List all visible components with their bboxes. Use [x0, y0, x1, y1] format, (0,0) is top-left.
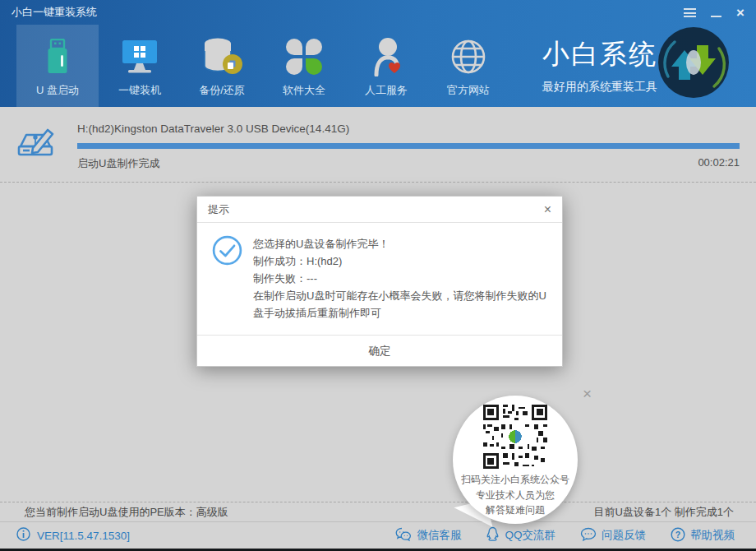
qr-popup: 扫码关注小白系统公众号 专业技术人员为您 解答疑难问题: [453, 396, 578, 524]
usb-device-label: H:(hd2)Kingston DataTraveler 3.0 USB Dev…: [77, 123, 740, 135]
footer-link-label: QQ交流群: [505, 528, 555, 543]
brand-block: 小白系统 最好用的系统重装工具: [532, 36, 667, 95]
apps-clover-icon: [286, 35, 322, 78]
dialog-title: 提示: [208, 202, 229, 217]
window-controls: ×: [684, 7, 744, 18]
usb-count-text: 目前U盘设备1个 制作完成1个: [594, 505, 734, 520]
tab-usb-boot[interactable]: U 盘启动: [16, 25, 99, 107]
info-icon: [16, 527, 30, 544]
tab-software-center[interactable]: 软件大全: [263, 25, 345, 107]
qq-icon: [486, 526, 500, 544]
footer-link-label: 帮助视频: [690, 528, 735, 543]
confirm-button[interactable]: 确定: [197, 335, 562, 366]
qr-caption-line: 专业技术人员为您: [476, 488, 555, 503]
tab-official-website[interactable]: 官方网站: [427, 25, 509, 107]
pe-version-text: 您当前制作启动U盘使用的PE版本：高级版: [25, 505, 228, 520]
feedback-link[interactable]: 问题反馈: [580, 526, 646, 544]
usb-progress-section: H:(hd2)Kingston DataTraveler 3.0 USB Dev…: [0, 107, 756, 183]
version-label: VER[11.5.47.1530]: [37, 530, 130, 542]
help-video-link[interactable]: ? 帮助视频: [671, 526, 735, 544]
tab-backup-restore[interactable]: 备份/还原: [181, 25, 263, 107]
wechat-support-link[interactable]: 微信客服: [395, 526, 461, 544]
qr-code-image: [483, 405, 547, 472]
help-icon: ?: [671, 527, 685, 544]
website-globe-icon: [449, 35, 487, 78]
version-info[interactable]: VER[11.5.47.1530]: [16, 527, 130, 544]
progress-bar-fill: [77, 143, 740, 149]
qq-group-link[interactable]: QQ交流群: [486, 526, 555, 544]
status-row: 您当前制作启动U盘使用的PE版本：高级版 目前U盘设备1个 制作完成1个: [0, 502, 756, 521]
dialog-line: 制作成功：H:(hd2): [253, 252, 549, 270]
titlebar: 小白一键重装系统 ×: [0, 0, 756, 25]
menu-icon[interactable]: [684, 8, 696, 17]
close-icon[interactable]: ×: [736, 7, 744, 18]
customer-service-icon: [367, 35, 405, 78]
tab-label: 备份/还原: [199, 83, 245, 98]
recycle-arrows-logo: [657, 25, 731, 100]
footer-bar: VER[11.5.47.1530] 微信客服: [0, 521, 756, 549]
dialog-body: 您选择的U盘设备制作完毕！ 制作成功：H:(hd2) 制作失败：--- 在制作启…: [197, 223, 562, 335]
tab-one-click-install[interactable]: 一键装机: [99, 25, 181, 107]
footer-link-label: 问题反馈: [602, 528, 646, 543]
qr-caption-line: 解答疑难问题: [486, 502, 545, 518]
window-title: 小白一键重装系统: [12, 5, 97, 20]
tab-label: U 盘启动: [36, 83, 79, 98]
topbar: 小白一键重装系统 × U 盘启动: [0, 0, 756, 107]
backup-restore-icon: [201, 35, 243, 78]
footer-links: 微信客服 QQ交流群: [395, 526, 735, 544]
qr-popup-close-icon[interactable]: ×: [583, 385, 592, 403]
minimize-icon[interactable]: [711, 16, 721, 17]
dialog-header: 提示 ×: [197, 197, 562, 223]
progress-status-text: 启动U盘制作完成: [77, 156, 159, 171]
tab-label: 人工服务: [365, 83, 408, 98]
app-window: 小白一键重装系统 × U 盘启动: [0, 0, 756, 551]
success-check-icon: [212, 235, 242, 322]
dialog-line: 制作失败：---: [253, 270, 549, 287]
wechat-icon: [395, 527, 412, 544]
tab-label: 一键装机: [118, 83, 161, 98]
dialog-message: 您选择的U盘设备制作完毕！ 制作成功：H:(hd2) 制作失败：--- 在制作启…: [253, 235, 549, 322]
progress-bar-track: [77, 143, 740, 149]
tab-human-service[interactable]: 人工服务: [345, 25, 427, 107]
monitor-icon: [120, 35, 159, 78]
result-dialog: 提示 × 您选择的U盘设备制作完毕！ 制作成功：H:(hd2) 制作失败：---…: [196, 196, 563, 367]
svg-text:?: ?: [675, 530, 680, 539]
elapsed-time: 00:02:21: [698, 156, 740, 171]
dialog-close-icon[interactable]: ×: [544, 203, 551, 216]
qr-caption-line: 扫码关注小白系统公众号: [461, 472, 569, 488]
brand-name: 小白系统: [532, 36, 667, 73]
drive-write-icon: [15, 123, 58, 182]
tab-label: 软件大全: [283, 83, 325, 98]
brand-tagline: 最好用的系统重装工具: [532, 80, 667, 95]
dialog-line: 您选择的U盘设备制作完毕！: [253, 235, 549, 252]
tab-label: 官方网站: [447, 83, 490, 98]
feedback-bubble-icon: [580, 527, 597, 544]
footer-link-label: 微信客服: [417, 528, 461, 543]
dialog-line: 在制作启动U盘时可能存在小概率会失败，请您将制作失败的U盘手动拔插后重新制作即可: [253, 287, 549, 322]
progress-body: H:(hd2)Kingston DataTraveler 3.0 USB Dev…: [77, 117, 740, 182]
usb-drive-icon: [45, 35, 70, 78]
